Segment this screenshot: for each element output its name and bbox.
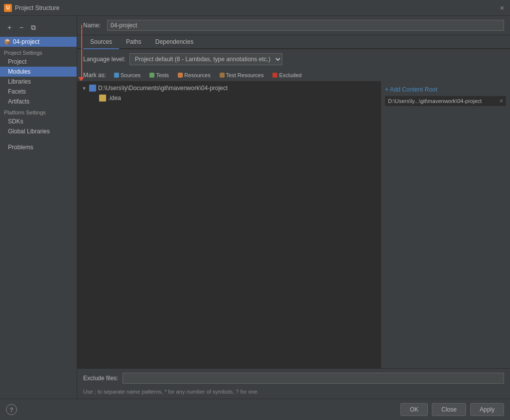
tab-sources[interactable]: Sources [83,35,119,49]
sources-badge-label: Sources [121,72,140,78]
content-root-path-text: D:\Users\ly...\git\mavenwork\04-project [388,98,482,104]
root-folder-icon [89,85,96,92]
close-dialog-button[interactable]: × [498,4,506,12]
sidebar-item-project[interactable]: Project [0,57,77,67]
bottom-bar: ? OK Close Apply [0,399,510,420]
sidebar-item-sdks[interactable]: SDKs [0,116,77,126]
remove-module-button[interactable]: − [16,22,27,33]
tree-expand-arrow[interactable]: ▼ [81,85,87,91]
name-row: Name: [77,16,510,35]
name-label: Name: [83,22,103,29]
sidebar-item-modules[interactable]: Modules [0,67,77,77]
add-module-button[interactable]: + [4,22,15,33]
add-content-root-button[interactable]: + Add Content Root [385,85,506,94]
module-icon: 📦 [4,39,11,45]
mark-test-resources-badge[interactable]: Test Resources [217,71,267,79]
sidebar-item-problems[interactable]: Problems [0,142,77,152]
tree-idea-item[interactable]: .idea [77,93,381,103]
title-bar-left: U Project Structure [4,4,59,12]
tabs-row: Sources Paths Dependencies [77,35,510,49]
close-button[interactable]: Close [432,403,466,416]
right-panel: + Add Content Root D:\Users\ly...\git\ma… [381,81,510,368]
content-root-path: D:\Users\ly...\git\mavenwork\04-project … [385,96,506,106]
main-panel: Name: Sources Paths Dependencies Languag… [77,16,510,399]
root-path-text: D:\Users\ly\Documents\git\mavenwork\04-p… [98,85,228,92]
tab-dependencies[interactable]: Dependencies [148,35,201,49]
ok-button[interactable]: OK [400,403,428,416]
mark-tests-badge[interactable]: Tests [146,71,172,79]
excluded-badge-label: Excluded [279,72,301,78]
tests-badge-label: Tests [156,72,169,78]
project-settings-header: Project Settings [0,47,77,57]
sources-dot [114,73,119,78]
test-resources-dot [220,73,225,78]
exclude-files-label: Exclude files: [83,375,119,382]
platform-settings-header: Platform Settings [0,106,77,116]
excluded-dot [272,73,277,78]
sidebar-toolbar: + − ⧉ [0,20,77,37]
sidebar: + − ⧉ 📦 04-project Project Settings Proj… [0,16,77,399]
apply-button[interactable]: Apply [470,403,504,416]
tree-root-item[interactable]: ▼ D:\Users\ly\Documents\git\mavenwork\04… [77,83,381,93]
mark-as-label: Mark as: [83,72,106,79]
content-root-close-button[interactable]: × [500,98,503,105]
title-bar: U Project Structure × [0,0,510,16]
exclude-hint-text: Use ; to separate name patterns, * for a… [77,388,510,399]
copy-module-button[interactable]: ⧉ [28,22,39,33]
help-button[interactable]: ? [6,404,17,415]
exclude-files-row: Exclude files: [77,368,510,388]
app-icon: U [4,4,12,12]
mark-resources-badge[interactable]: Resources [175,71,214,79]
tab-paths[interactable]: Paths [119,35,148,49]
module-item-04-project[interactable]: 📦 04-project [0,37,77,47]
name-input[interactable] [107,20,504,31]
sidebar-item-artifacts[interactable]: Artifacts [0,97,77,106]
language-level-label: Language level: [83,56,126,63]
language-level-select[interactable]: Project default (8 - Lambdas, type annot… [129,53,282,65]
tree-panel: ▼ D:\Users\ly\Documents\git\mavenwork\04… [77,81,381,368]
module-name: 04-project [13,38,39,45]
sidebar-item-global-libraries[interactable]: Global Libraries [0,126,77,136]
mark-excluded-badge[interactable]: Excluded [269,71,304,79]
idea-folder-text: .idea [108,95,121,102]
tests-dot [149,73,154,78]
idea-expand-arrow [91,95,97,101]
language-level-row: Language level: Project default (8 - Lam… [77,49,510,69]
mark-sources-badge[interactable]: Sources [111,71,143,79]
sidebar-item-libraries[interactable]: Libraries [0,77,77,87]
test-resources-badge-label: Test Resources [226,72,264,78]
mark-as-row: Mark as: Sources Tests Resources Test Re… [77,69,510,81]
dialog-title: Project Structure [15,4,59,11]
resources-dot [178,73,183,78]
sources-tree-area: ▼ D:\Users\ly\Documents\git\mavenwork\04… [77,81,510,368]
sidebar-item-facets[interactable]: Facets [0,87,77,97]
resources-badge-label: Resources [184,72,211,78]
exclude-files-input[interactable] [123,373,504,384]
action-buttons: OK Close Apply [400,403,504,416]
idea-folder-icon [99,95,106,102]
